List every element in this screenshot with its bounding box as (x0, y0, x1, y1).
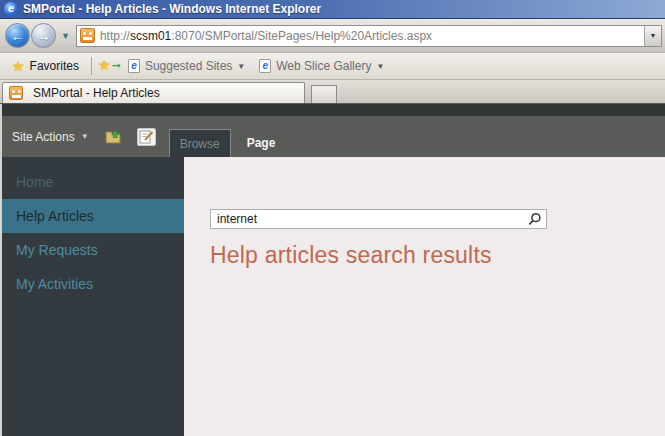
site-favicon-icon (80, 28, 95, 43)
favorites-star-icon: ★ (12, 58, 25, 74)
window-title: SMPortal - Help Articles - Windows Inter… (23, 2, 321, 16)
title-bar: e SMPortal - Help Articles - Windows Int… (0, 0, 665, 19)
ribbon-tab-page[interactable]: Page (233, 129, 290, 157)
favorites-bar: ★ Favorites ★ ➞ e Suggested Sites ▼ e We… (0, 53, 665, 80)
sidebar-item-my-requests[interactable]: My Requests (2, 233, 184, 267)
site-actions-menu[interactable]: Site Actions ▼ (12, 130, 89, 144)
url-host: scsm01 (130, 29, 171, 43)
forward-arrow-icon: → (37, 29, 51, 43)
edit-page-icon[interactable] (137, 128, 156, 146)
web-slice-gallery-label: Web Slice Gallery (276, 59, 371, 73)
sidebar-item-label: Help Articles (16, 208, 94, 224)
ribbon-bar: Site Actions ▼ Browse Page (0, 116, 665, 157)
address-bar[interactable]: http://scsm01:8070/SMPortal/SitePages/He… (76, 25, 662, 47)
url-path: :8070/SMPortal/SitePages/Help%20Articles… (171, 29, 432, 43)
sidebar-item-label: My Activities (16, 276, 93, 292)
chevron-down-icon: ▼ (81, 132, 89, 141)
add-favorite-button[interactable]: ★ ➞ (98, 57, 120, 75)
favorites-item-web-slice-gallery[interactable]: e Web Slice Gallery ▼ (259, 59, 384, 73)
favorites-item-suggested-sites[interactable]: e Suggested Sites ▼ (128, 59, 245, 73)
favorites-button[interactable]: ★ Favorites (6, 55, 85, 77)
navigate-up-folder-icon[interactable] (105, 128, 125, 146)
magnifier-icon (527, 212, 542, 227)
sidebar-item-label: My Requests (16, 242, 98, 258)
site-actions-label: Site Actions (12, 130, 75, 144)
ie-page-icon: e (128, 59, 140, 73)
new-tab-button[interactable] (311, 85, 337, 103)
add-favorite-star-icon: ★ (98, 57, 111, 73)
main-content: Help articles search results (184, 157, 665, 436)
ie-page-icon: e (259, 59, 271, 73)
chevron-down-icon: ▼ (237, 62, 245, 71)
chevron-down-icon: ▼ (376, 62, 384, 71)
page-heading: Help articles search results (210, 242, 665, 269)
favorites-separator (91, 57, 92, 75)
add-favorite-arrow-icon: ➞ (112, 59, 121, 72)
tab-title: SMPortal - Help Articles (33, 86, 160, 100)
search-box (210, 209, 547, 229)
address-url[interactable]: http://scsm01:8070/SMPortal/SitePages/He… (100, 29, 644, 43)
ribbon-top-strip (0, 104, 665, 116)
tab-favicon-icon (9, 86, 23, 100)
tab-smportal-help-articles[interactable]: SMPortal - Help Articles (2, 82, 305, 103)
sidebar-item-label: Home (16, 174, 53, 190)
page-body: Home Help Articles My Requests My Activi… (0, 157, 665, 436)
suggested-sites-label: Suggested Sites (145, 59, 232, 73)
back-button[interactable]: ← (5, 23, 30, 48)
browser-window: e SMPortal - Help Articles - Windows Int… (0, 0, 665, 436)
sidebar-navigation: Home Help Articles My Requests My Activi… (2, 157, 184, 436)
sidebar-item-home[interactable]: Home (2, 165, 184, 199)
sidebar-item-help-articles[interactable]: Help Articles (2, 199, 184, 233)
forward-button[interactable]: → (31, 23, 56, 48)
search-button[interactable] (522, 210, 546, 228)
url-protocol: http:// (100, 29, 130, 43)
back-arrow-icon: ← (11, 29, 25, 43)
favorites-label: Favorites (30, 59, 79, 73)
page-tab-label: Page (247, 136, 276, 150)
browse-tab-label: Browse (180, 137, 220, 151)
address-dropdown-button[interactable]: ▼ (644, 26, 661, 46)
tab-bar: SMPortal - Help Articles (0, 80, 665, 104)
sidebar-item-my-activities[interactable]: My Activities (2, 267, 184, 301)
navigation-bar: ← → ▼ http://scsm01:8070/SMPortal/SitePa… (0, 19, 665, 53)
search-input[interactable] (211, 211, 522, 227)
ribbon-tab-browse[interactable]: Browse (169, 129, 231, 157)
recent-pages-dropdown-icon[interactable]: ▼ (61, 31, 70, 41)
ie-logo-icon: e (4, 2, 18, 16)
